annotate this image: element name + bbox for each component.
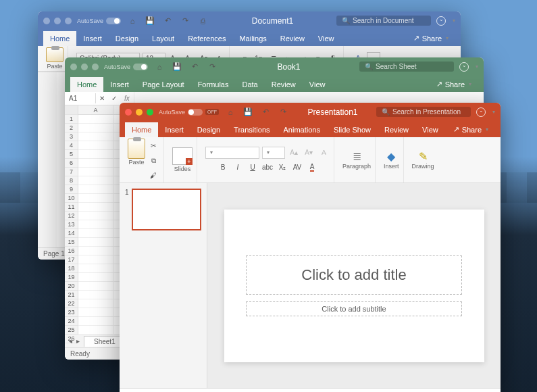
copy-icon[interactable]: ⧉ (147, 155, 159, 167)
search-box[interactable]: 🔍 Search in Presentation (376, 107, 471, 117)
minimize-icon[interactable] (81, 64, 88, 70)
home-icon[interactable]: ⌂ (224, 106, 236, 118)
autosave-label: AutoSave (159, 109, 185, 116)
font-color-icon[interactable]: A (306, 162, 318, 174)
clipboard-group: Paste ✂ ⧉ 🖌 (124, 137, 164, 182)
save-icon[interactable]: 💾 (242, 106, 254, 118)
font-size-combo[interactable]: ▾ (262, 147, 285, 159)
autosave-toggle[interactable]: AutoSave (77, 18, 121, 24)
italic-icon[interactable]: I (232, 162, 244, 174)
redo-icon[interactable]: ↷ (206, 61, 218, 73)
search-box[interactable]: 🔍 Search Sheet (359, 62, 454, 72)
new-slide-icon[interactable]: + (172, 147, 193, 165)
tab-formulas[interactable]: Formulas (191, 77, 236, 92)
maximize-icon[interactable] (65, 18, 72, 24)
tab-insert[interactable]: Insert (103, 77, 136, 92)
search-box[interactable]: 🔍 Search in Document (336, 16, 431, 26)
tab-data[interactable]: Data (235, 77, 264, 92)
tab-view[interactable]: View (303, 77, 332, 92)
slide-thumbnails: 1 (120, 183, 207, 388)
shapes-icon[interactable]: ◆ (385, 150, 397, 162)
tab-view[interactable]: View (311, 31, 341, 46)
feedback-icon[interactable] (476, 107, 486, 117)
slides-label: Slides (174, 166, 191, 172)
drawing-icon[interactable]: ✎ (417, 150, 429, 162)
save-icon[interactable]: 💾 (171, 61, 183, 73)
tab-transitions[interactable]: Transitions (227, 122, 276, 137)
redo-icon[interactable]: ↷ (277, 106, 289, 118)
tab-insert[interactable]: Insert (158, 122, 190, 137)
tab-design[interactable]: Design (109, 31, 145, 46)
clear-format-icon[interactable]: A̶ (317, 147, 330, 159)
subtitle-placeholder[interactable]: Click to add subtitle (246, 301, 462, 316)
strike-icon[interactable]: abc (261, 162, 274, 174)
paste-icon[interactable] (46, 47, 63, 62)
tab-slideshow[interactable]: Slide Show (327, 122, 378, 137)
char-spacing-icon[interactable]: AV (291, 162, 303, 174)
tab-home[interactable]: Home (43, 31, 76, 46)
tab-home[interactable]: Home (70, 77, 103, 92)
cancel-icon[interactable]: ✕ (96, 93, 108, 105)
format-painter-icon[interactable]: 🖌 (147, 170, 159, 182)
tab-view[interactable]: View (415, 122, 445, 137)
paste-icon[interactable] (128, 139, 145, 159)
grow-font-icon[interactable]: A▴ (288, 147, 300, 159)
share-button[interactable]: ↗ Share ▾ (446, 122, 495, 137)
minimize-icon[interactable] (54, 18, 61, 24)
save-icon[interactable]: 💾 (144, 15, 156, 27)
tab-review[interactable]: Review (265, 77, 303, 92)
shrink-font-icon[interactable]: A▾ (303, 147, 315, 159)
tab-home[interactable]: Home (125, 122, 158, 137)
paste-label: Paste (128, 159, 144, 166)
sheet-prev-icon[interactable]: ◂ (69, 337, 72, 345)
autosave-toggle[interactable]: AutoSave (104, 64, 148, 70)
share-button[interactable]: ↗ Share ▾ (407, 30, 455, 46)
slide-thumbnail[interactable] (132, 189, 201, 230)
undo-icon[interactable]: ↶ (259, 106, 272, 118)
print-icon[interactable]: ⎙ (197, 15, 209, 27)
minimize-icon[interactable] (136, 109, 143, 116)
feedback-icon[interactable] (459, 62, 469, 72)
paragraph-group: ≣ Paragraph (338, 137, 376, 182)
underline-icon[interactable]: U (247, 162, 259, 174)
home-icon[interactable]: ⌂ (153, 61, 165, 73)
close-icon[interactable] (125, 109, 132, 116)
tab-review[interactable]: Review (378, 122, 415, 137)
maximize-icon[interactable] (147, 109, 153, 116)
tab-insert[interactable]: Insert (76, 31, 109, 46)
tab-layout[interactable]: Layout (145, 31, 181, 46)
close-icon[interactable] (43, 18, 50, 24)
home-icon[interactable]: ⌂ (126, 15, 138, 27)
tab-page-layout[interactable]: Page Layout (136, 77, 191, 92)
subscript-icon[interactable]: X₂ (276, 162, 288, 174)
undo-icon[interactable]: ↶ (188, 61, 201, 73)
cut-icon[interactable]: ✂ (147, 140, 159, 152)
paragraph-icon[interactable]: ≣ (351, 150, 363, 162)
maximize-icon[interactable] (92, 64, 99, 70)
insert-group: ◆ Insert (380, 137, 404, 182)
bold-icon[interactable]: B (217, 162, 229, 174)
title-placeholder[interactable]: Click to add title (246, 255, 462, 295)
notes-pane[interactable]: Click to add notes (120, 388, 501, 392)
fx-label[interactable]: fx (120, 95, 134, 102)
autosave-toggle[interactable]: AutoSave OFF (159, 109, 219, 116)
close-icon[interactable] (70, 64, 77, 70)
tab-design[interactable]: Design (190, 122, 227, 137)
undo-icon[interactable]: ↶ (161, 15, 174, 27)
quick-access-toolbar: ⌂ 💾 ↶ ↷ ⎙ (126, 15, 209, 27)
drawing-label: Drawing (412, 163, 434, 170)
slide[interactable]: Click to add title Click to add subtitle (224, 210, 484, 362)
tab-animations[interactable]: Animations (277, 122, 327, 137)
tab-references[interactable]: References (181, 31, 232, 46)
tab-mailings[interactable]: Mailings (232, 31, 273, 46)
ppt-edit-area: 1 Click to add title Click to add subtit… (120, 183, 501, 388)
enter-icon[interactable]: ✓ (108, 93, 120, 105)
slide-canvas-area[interactable]: Click to add title Click to add subtitle (207, 183, 501, 388)
name-box[interactable]: A1 (65, 93, 96, 103)
share-button[interactable]: ↗ Share ▾ (430, 76, 478, 92)
sheet-next-icon[interactable]: ▸ (76, 337, 80, 345)
tab-review[interactable]: Review (274, 31, 311, 46)
feedback-icon[interactable] (436, 16, 446, 26)
redo-icon[interactable]: ↷ (179, 15, 191, 27)
font-combo[interactable]: ▾ (205, 147, 259, 159)
